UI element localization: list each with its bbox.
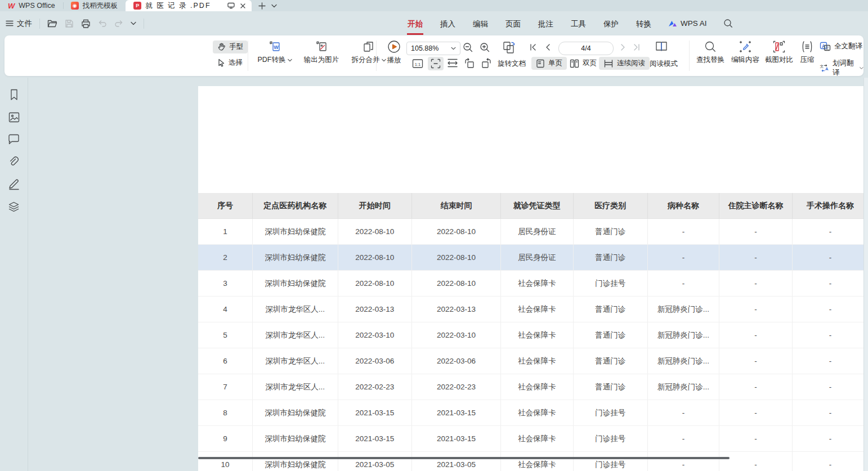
table-cell: - <box>793 452 868 471</box>
table-cell: 2022-08-10 <box>338 219 411 245</box>
zoom-in-icon[interactable] <box>480 42 490 53</box>
table-cell: - <box>793 426 868 452</box>
left-panel-sidebar <box>0 78 28 471</box>
rotate-pages-icon[interactable] <box>502 41 517 54</box>
close-tab-icon[interactable] <box>240 3 246 9</box>
search-icon <box>704 41 717 53</box>
rotate-doc-label: 旋转文档 <box>498 60 526 68</box>
vertical-scrollbar[interactable] <box>863 78 868 471</box>
screenshot-compare-button[interactable]: 截图对比 <box>761 41 797 65</box>
menu-tab-批注[interactable]: 批注 <box>538 12 554 35</box>
table-cell: - <box>647 452 719 471</box>
menu-tab-保护[interactable]: 保护 <box>603 12 619 35</box>
table-cell: 2022-08-10 <box>412 271 501 297</box>
table-cell: - <box>793 322 868 348</box>
table-cell: 社会保障卡 <box>500 374 573 400</box>
table-cell: 普通门诊 <box>573 297 647 322</box>
rotate-right-icon[interactable] <box>481 58 492 69</box>
rotate-doc-button[interactable]: 旋转文档 <box>498 59 526 69</box>
full-translate-label: 全文翻译 <box>834 42 862 51</box>
menu-tab-编辑[interactable]: 编辑 <box>472 12 489 35</box>
compress-button[interactable]: 压缩 <box>795 41 820 65</box>
read-mode-button[interactable]: 阅读模式 <box>650 59 678 69</box>
zoom-out-icon[interactable] <box>463 42 473 53</box>
tab-wps-office[interactable]: W WPS Office <box>0 0 63 11</box>
single-page-button[interactable]: 单页 <box>531 57 567 70</box>
table-cell: 深圳市妇幼保健院 <box>252 271 338 297</box>
table-row: 4深圳市龙华区人...2022-03-132022-03-13社会保障卡普通门诊… <box>198 297 868 322</box>
zoom-level-select[interactable]: 105.88% <box>406 42 460 55</box>
wps-ai-button[interactable]: WPS AI <box>668 19 707 28</box>
attachment-icon[interactable] <box>8 156 20 167</box>
table-cell: - <box>647 271 719 297</box>
table-cell: - <box>719 245 793 271</box>
hand-tool-label: 手型 <box>229 42 243 52</box>
table-cell: 居民身份证 <box>500 219 573 245</box>
table-cell: 2022-03-10 <box>412 322 501 348</box>
column-header: 病种名称 <box>647 193 719 219</box>
page-number-input[interactable]: 4/4 <box>558 42 614 55</box>
undo-menu-chevron-icon[interactable] <box>131 21 136 25</box>
menu-tab-工具[interactable]: 工具 <box>570 12 587 35</box>
bookmark-icon[interactable] <box>9 89 19 101</box>
save-icon[interactable] <box>65 19 74 28</box>
pdf-convert-label: PDF转换 <box>258 55 286 65</box>
column-header: 序号 <box>198 193 252 219</box>
last-page-icon[interactable] <box>633 43 641 51</box>
table-cell: - <box>719 297 793 322</box>
undo-icon[interactable] <box>98 20 107 28</box>
table-cell: - <box>719 452 793 471</box>
menu-tab-转换[interactable]: 转换 <box>636 12 652 35</box>
table-cell: 2022-03-06 <box>338 348 411 374</box>
first-page-icon[interactable] <box>529 43 537 51</box>
select-tool-button[interactable]: 选择 <box>213 56 247 69</box>
column-header: 结束时间 <box>412 193 501 219</box>
thumbnail-icon[interactable] <box>8 112 20 123</box>
file-menu[interactable]: 文件 <box>6 19 32 29</box>
table-cell: 社会保障卡 <box>500 297 573 322</box>
table-cell: 3 <box>198 271 252 297</box>
tab-docer-templates[interactable]: ◉ 找稻壳模板 <box>63 0 126 11</box>
read-mode-icon[interactable] <box>654 40 669 53</box>
new-tab-icon[interactable] <box>258 2 266 10</box>
menu-search-icon[interactable] <box>723 19 733 28</box>
tab-document-pdf[interactable]: P 就 医 记 录 .PDF <box>126 0 252 11</box>
fit-page-icon[interactable] <box>428 57 444 70</box>
single-page-icon <box>536 59 545 68</box>
layers-icon[interactable] <box>8 201 20 213</box>
comment-icon[interactable] <box>8 134 20 145</box>
export-image-button[interactable]: 输出为图片 <box>297 41 346 65</box>
actual-size-icon[interactable]: 1:1 <box>412 59 423 69</box>
export-image-icon <box>315 41 328 53</box>
double-page-label: 双页 <box>583 59 597 68</box>
table-header: 序号定点医药机构名称开始时间结束时间就诊凭证类型医疗类别病种名称住院主诊断名称手… <box>198 193 868 219</box>
pdf-file-icon: P <box>133 2 141 10</box>
monitor-icon[interactable] <box>227 2 235 9</box>
table-cell: 社会保障卡 <box>500 400 573 426</box>
print-icon[interactable] <box>81 19 91 28</box>
edit-content-button[interactable]: 编辑内容 <box>727 41 763 65</box>
play-icon <box>387 40 401 53</box>
find-replace-button[interactable]: 查找替换 <box>692 41 728 65</box>
pdf-convert-button[interactable]: W PDF转换 <box>253 41 296 65</box>
open-file-icon[interactable] <box>47 19 57 28</box>
continuous-read-button[interactable]: 连续阅读 <box>599 57 650 70</box>
table-cell: 2022-03-06 <box>412 348 501 374</box>
signature-pen-icon[interactable] <box>8 178 20 190</box>
menu-tab-开始[interactable]: 开始 <box>407 12 423 35</box>
table-cell: - <box>793 271 868 297</box>
fit-width-icon[interactable] <box>447 59 458 68</box>
rotate-left-icon[interactable] <box>464 58 475 69</box>
previous-page-icon[interactable] <box>545 43 551 51</box>
next-page-icon[interactable] <box>620 43 626 51</box>
redo-icon[interactable] <box>114 20 123 28</box>
single-page-label: 单页 <box>548 59 562 68</box>
menu-tab-插入[interactable]: 插入 <box>440 12 456 35</box>
menu-tab-页面[interactable]: 页面 <box>505 12 521 35</box>
full-translate-button[interactable]: A文 全文翻译 <box>820 42 862 51</box>
word-translate-button[interactable]: 文A 划词翻译 <box>820 59 863 78</box>
play-button[interactable]: 播放 <box>381 40 408 65</box>
pdf-page: 序号定点医药机构名称开始时间结束时间就诊凭证类型医疗类别病种名称住院主诊断名称手… <box>198 86 868 471</box>
hand-tool-button[interactable]: 手型 <box>213 41 248 53</box>
tab-list-chevron-icon[interactable] <box>271 4 277 8</box>
